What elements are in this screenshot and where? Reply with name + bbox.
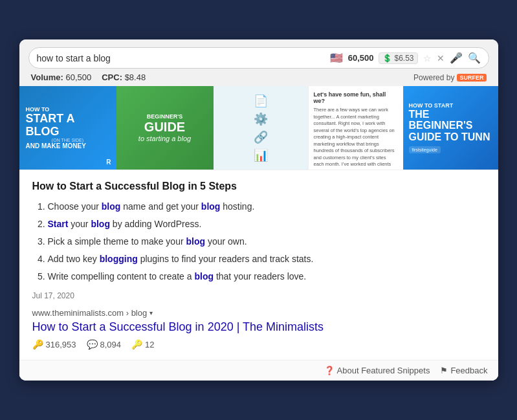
cpc-label-row: CPC: $8.48 (102, 72, 146, 82)
stat-value-3: 12 (145, 340, 154, 349)
search-input[interactable] (37, 53, 325, 63)
how2-text: How to Start (409, 102, 454, 109)
start-text: START ABLOG (26, 113, 75, 138)
list-item: Start your blog by adding WordPress. (48, 217, 485, 231)
beginners-text: BEGINNER'S (147, 113, 183, 120)
guide-text: GUIDE (144, 120, 185, 135)
cpc-value-full: $8.48 (125, 72, 146, 82)
url-text: www.theminimalists.com › blog (32, 308, 148, 318)
icon-2: ⚙️ (254, 112, 268, 126)
snippet-title: How to Start a Successful Blog in 5 Step… (32, 181, 485, 192)
list-item: Choose your blog name and get your blog … (48, 200, 485, 214)
feedback-icon: ⚑ (440, 366, 448, 375)
to-starting-text: to starting a blog (138, 135, 191, 142)
comment-icon: 💬 (87, 339, 98, 349)
key-icon-1: 🔑 (32, 339, 43, 349)
image-block-5: How to Start The Beginner'sGuide to Tunn… (403, 86, 498, 170)
snippet-content: How to Start a Successful Blog in 5 Step… (19, 170, 498, 360)
list-item: Pick a simple theme to make your blog yo… (48, 235, 485, 249)
powered-by-text: Powered by (413, 73, 454, 82)
image-block-2: BEGINNER'S GUIDE to starting a blog (116, 86, 214, 170)
stat-item-3: 🔑 12 (131, 339, 154, 349)
browser-window: 🇺🇸 60,500 💲 $6.53 ☆ ✕ 🎤 🔍 Volume: 60,500 (19, 39, 498, 381)
feedback-label: Feedback (450, 366, 487, 375)
stat-value-1: 316,953 (46, 340, 76, 349)
stat-item-2: 💬 8,094 (87, 339, 122, 349)
url-dropdown-arrow[interactable]: ▾ (149, 309, 153, 316)
about-snippets-link[interactable]: ❓ About Featured Snippets (324, 366, 430, 375)
search-meta: 🇺🇸 60,500 💲 $6.53 ☆ ✕ 🎤 🔍 (330, 52, 481, 64)
cpc-value: $6.53 (394, 54, 413, 63)
article-title: Let's have some fun, shall we? (314, 91, 398, 104)
key-icon-2: 🔑 (131, 339, 142, 349)
snippet-date: Jul 17, 2020 (32, 291, 485, 300)
icon-1: 📄 (254, 94, 268, 108)
feedback-link[interactable]: ⚑ Feedback (440, 366, 487, 375)
image-block-3: 📄 ⚙️ 🔗 📊 (214, 86, 308, 170)
flag-icon: 🇺🇸 (330, 52, 343, 64)
footer-row: ❓ About Featured Snippets ⚑ Feedback (19, 360, 498, 381)
volume-label: Volume: 60,500 (31, 72, 92, 82)
search-input-row: 🇺🇸 60,500 💲 $6.53 ☆ ✕ 🎤 🔍 (28, 47, 489, 69)
search-bar-area: 🇺🇸 60,500 💲 $6.53 ☆ ✕ 🎤 🔍 Volume: 60,500 (19, 39, 498, 86)
result-stats: 🔑 316,953 💬 8,094 🔑 12 (32, 339, 485, 349)
mic-icon[interactable]: 🎤 (450, 52, 463, 64)
icon-column: 📄 ⚙️ 🔗 📊 (254, 94, 268, 162)
volume-cpc-left: Volume: 60,500 CPC: $8.48 (31, 72, 146, 82)
fsg-badge: firstsiteguide (409, 146, 441, 153)
star-icon[interactable]: ☆ (423, 53, 432, 63)
sub-text: (ON THE SIDE) (26, 138, 110, 142)
volume-number: 60,500 (348, 53, 374, 63)
question-icon: ❓ (324, 366, 335, 375)
content-area: HOW TO START ABLOG (ON THE SIDE) AND MAK… (19, 86, 498, 381)
stat-item-1: 🔑 316,953 (32, 339, 76, 349)
images-row: HOW TO START ABLOG (ON THE SIDE) AND MAK… (19, 86, 498, 170)
cpc-badge: 💲 $6.53 (379, 52, 417, 64)
image-block-1: HOW TO START ABLOG (ON THE SIDE) AND MAK… (19, 86, 116, 170)
start2-text: The Beginner'sGuide to Tunn (409, 109, 493, 143)
list-item: Write compelling content to create a blo… (48, 270, 485, 283)
close-icon[interactable]: ✕ (437, 53, 445, 63)
surfer-logo: SURFER (457, 74, 486, 82)
dollar-icon: 💲 (382, 54, 392, 63)
surfer-badge: Powered by SURFER (413, 73, 486, 82)
image-block-4: Let's have some fun, shall we? There are… (308, 86, 403, 170)
stat-value-2: 8,094 (100, 340, 122, 349)
list-item: Add two key blogging plugins to find you… (48, 252, 485, 266)
volume-cpc-row: Volume: 60,500 CPC: $8.48 Powered by SUR… (28, 69, 489, 86)
about-label: About Featured Snippets (337, 366, 430, 375)
result-link[interactable]: How to Start a Successful Blog in 2020 |… (32, 320, 485, 334)
article-body: There are a few ways we can work togethe… (314, 107, 398, 170)
result-url: www.theminimalists.com › blog ▾ (32, 308, 485, 318)
r-badge: R (106, 159, 111, 166)
icon-3: 🔗 (254, 130, 268, 144)
search-button-icon[interactable]: 🔍 (468, 52, 481, 64)
icon-4: 📊 (254, 148, 268, 162)
money-text: AND MAKE MONEY (26, 142, 86, 149)
snippet-list: Choose your blog name and get your blog … (32, 200, 485, 283)
volume-value: 60,500 (65, 72, 91, 82)
